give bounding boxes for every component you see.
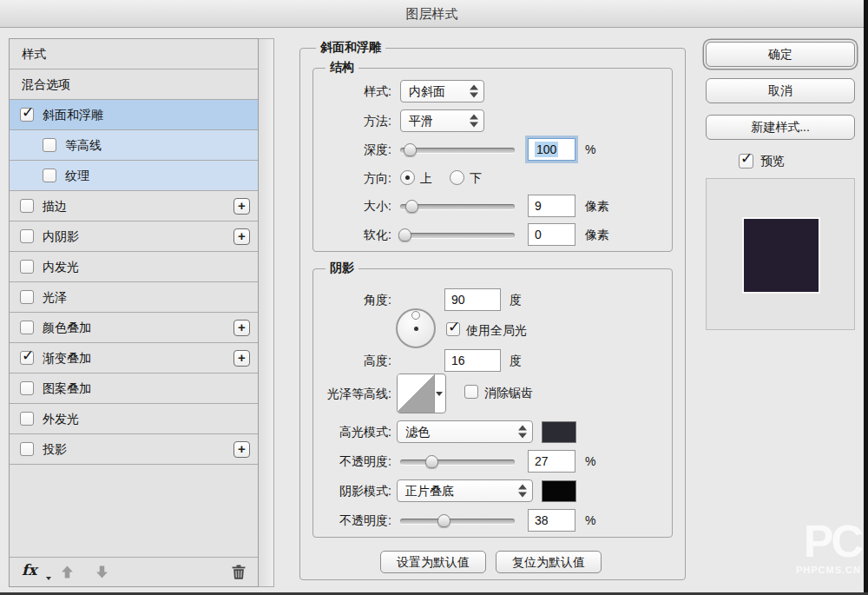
sidebar-item-contour[interactable]: 等高线 (10, 130, 258, 161)
slider-thumb[interactable] (398, 228, 411, 241)
drop-shadow-checkbox[interactable] (20, 442, 34, 456)
stroke-checkbox[interactable] (20, 199, 34, 213)
fx-icon[interactable]: fx (22, 561, 36, 578)
pattern-overlay-checkbox[interactable] (20, 381, 34, 395)
angle-input[interactable]: 90 (444, 288, 501, 311)
sidebar-item-blending-options[interactable]: 混合选项 (10, 69, 258, 100)
styles-list: 样式 混合选项 斜面和浮雕 等高线 纹理 描边 内阴影 内发光 光泽 颜色叠加 (9, 38, 259, 587)
highlight-color-swatch[interactable] (542, 421, 576, 443)
sidebar-item-inner-shadow[interactable]: 内阴影 (10, 221, 258, 252)
direction-down-radio[interactable] (450, 170, 464, 185)
slider-thumb[interactable] (437, 514, 450, 527)
sidebar-item-pattern-overlay[interactable]: 图案叠加 (10, 374, 258, 404)
add-color-overlay-button[interactable] (233, 320, 250, 336)
stepper-arrows-icon (470, 84, 478, 99)
size-row: 大小: 9 像素 (313, 195, 672, 217)
sidebar-item-bevel-emboss[interactable]: 斜面和浮雕 (10, 100, 258, 130)
move-up-button[interactable] (60, 565, 75, 583)
contour-dropdown-arrow-icon (436, 392, 443, 396)
contour-checkbox[interactable] (43, 138, 56, 152)
depth-row: 深度: 100 % (313, 138, 672, 161)
sidebar-item-styles[interactable]: 样式 (10, 39, 258, 69)
soften-input[interactable]: 0 (528, 223, 575, 246)
sidebar-item-inner-glow[interactable]: 内发光 (10, 252, 258, 282)
shadow-color-swatch[interactable] (542, 480, 576, 502)
shadow-opacity-slider[interactable] (400, 514, 515, 528)
preview-panel (706, 178, 855, 330)
move-down-button[interactable] (95, 565, 109, 583)
reset-default-button[interactable]: 复位为默认值 (496, 551, 602, 573)
sidebar-item-stroke[interactable]: 描边 (10, 191, 258, 221)
shadow-opacity-row: 不透明度: 38 % (313, 509, 672, 532)
contour-thumbnail (398, 374, 435, 413)
structure-legend: 结构 (326, 60, 358, 76)
cancel-button[interactable]: 取消 (706, 78, 855, 103)
stepper-arrows-icon (518, 484, 527, 499)
trash-icon (232, 565, 246, 579)
add-gradient-overlay-button[interactable] (233, 350, 250, 367)
add-drop-shadow-button[interactable] (233, 441, 250, 458)
soften-slider[interactable] (400, 228, 515, 242)
size-slider[interactable] (400, 200, 515, 214)
inner-glow-checkbox[interactable] (20, 260, 34, 274)
use-global-light-checkbox[interactable] (446, 322, 460, 336)
sidebar-item-gradient-overlay[interactable]: 渐变叠加 (10, 343, 258, 374)
stepper-arrows-icon (518, 425, 527, 440)
anti-alias-checkbox[interactable] (464, 385, 478, 399)
shadow-opacity-input[interactable]: 38 (528, 509, 575, 532)
add-stroke-button[interactable] (233, 198, 250, 215)
sidebar-item-texture[interactable]: 纹理 (10, 161, 258, 191)
highlight-opacity-input[interactable]: 27 (528, 450, 575, 473)
slider-thumb[interactable] (404, 143, 417, 156)
style-row: 样式: 内斜面 (313, 80, 672, 102)
sidebar-item-color-overlay[interactable]: 颜色叠加 (10, 313, 258, 343)
shading-group: 阴影 角度: 90 度 使用全局光 高度: 16 度 光泽等高线: 消除锯 (312, 268, 673, 538)
soften-row: 软化: 0 像素 (313, 223, 672, 246)
outer-glow-checkbox[interactable] (20, 412, 34, 426)
slider-thumb[interactable] (425, 455, 438, 468)
size-input[interactable]: 9 (528, 195, 575, 217)
new-style-button[interactable]: 新建样式... (706, 115, 855, 140)
panel-title: 斜面和浮雕 (316, 40, 385, 56)
ok-button[interactable]: 确定 (706, 42, 855, 67)
inner-shadow-checkbox[interactable] (20, 229, 34, 243)
gloss-contour-picker[interactable] (397, 374, 446, 413)
color-overlay-checkbox[interactable] (20, 321, 34, 334)
set-default-button[interactable]: 设置为默认值 (380, 551, 486, 573)
direction-row: 方向: 上 下 (313, 167, 672, 189)
add-inner-shadow-button[interactable] (233, 228, 250, 245)
shadow-mode-select[interactable]: 正片叠底 (397, 479, 533, 502)
delete-style-button[interactable] (232, 565, 246, 583)
highlight-opacity-slider[interactable] (400, 455, 515, 469)
texture-checkbox[interactable] (43, 169, 56, 182)
arrow-down-icon (95, 565, 109, 579)
sidebar-item-drop-shadow[interactable]: 投影 (10, 434, 258, 465)
gradient-overlay-checkbox[interactable] (20, 351, 34, 365)
highlight-mode-select[interactable]: 滤色 (397, 420, 533, 443)
depth-input[interactable]: 100 (528, 138, 575, 161)
direction-up-radio[interactable] (400, 170, 415, 185)
bevel-emboss-checkbox[interactable] (20, 108, 34, 122)
depth-slider[interactable] (400, 143, 515, 157)
technique-select[interactable]: 平滑 (400, 109, 484, 132)
dialog-title: 图层样式 (0, 0, 864, 28)
structure-group: 结构 样式: 内斜面 方法: 平滑 深度: 100 % (312, 68, 673, 252)
watermark-logo: PC (796, 518, 861, 565)
preview-checkbox[interactable] (739, 154, 753, 169)
shadow-mode-row: 阴影模式: 正片叠底 (313, 479, 672, 502)
sidebar-item-outer-glow[interactable]: 外发光 (10, 404, 258, 434)
arrow-up-icon (60, 565, 75, 579)
altitude-input[interactable]: 16 (444, 349, 501, 372)
satin-checkbox[interactable] (20, 290, 34, 304)
bevel-style-select[interactable]: 内斜面 (400, 80, 484, 102)
sidebar-item-satin[interactable]: 光泽 (10, 282, 258, 313)
watermark-url: PHPCMS.CN (796, 565, 861, 575)
title-bar[interactable]: 图层样式 (0, 0, 864, 28)
highlight-mode-row: 高光模式: 滤色 (313, 420, 672, 443)
slider-thumb[interactable] (405, 200, 418, 213)
sidebar-scrollbar[interactable] (259, 38, 274, 587)
angle-dial-knob[interactable] (411, 311, 420, 320)
fx-caret-icon (46, 577, 51, 580)
phpcms-watermark: PC PHPCMS.CN (796, 518, 861, 575)
altitude-row: 高度: 16 度 (313, 343, 672, 366)
